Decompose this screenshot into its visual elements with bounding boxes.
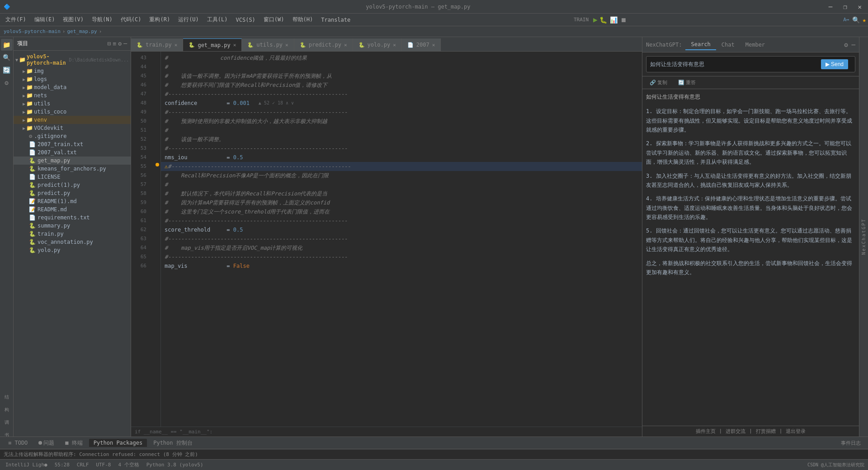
menu-vcs[interactable]: VCS(S) bbox=[232, 16, 259, 24]
tree-collapse-all[interactable]: ⊟ bbox=[108, 40, 111, 47]
stop-button[interactable]: ⏹ bbox=[620, 16, 627, 24]
tree-item-2007val[interactable]: 📄 2007_val.txt bbox=[14, 148, 131, 157]
menu-translate[interactable]: Translate bbox=[317, 16, 354, 24]
tree-item-logs[interactable]: ▶ 📁 logs bbox=[14, 75, 131, 83]
menu-view[interactable]: 视图(V) bbox=[59, 15, 87, 24]
menu-run[interactable]: 运行(U) bbox=[175, 15, 203, 24]
debug-button[interactable]: 🐛 bbox=[599, 16, 607, 24]
status-git[interactable]: IntelliJ Ligh● bbox=[4, 461, 49, 468]
menu-refactor[interactable]: 重构(R) bbox=[146, 15, 174, 24]
tree-close[interactable]: ─ bbox=[123, 40, 127, 47]
tab-yolo[interactable]: 🐍 yolo.py ✕ bbox=[353, 38, 402, 51]
run-button[interactable]: ▶ bbox=[593, 15, 598, 24]
max-button[interactable]: ❐ bbox=[840, 2, 849, 11]
side-icon-vcs[interactable]: 🔄 bbox=[1, 64, 13, 76]
tree-item-voc-annotation[interactable]: 🐍 voc_annotation.py bbox=[14, 238, 131, 246]
close-tab-predict[interactable]: ✕ bbox=[344, 42, 347, 48]
close-tab-train[interactable]: ✕ bbox=[175, 42, 178, 48]
tree-item-utils[interactable]: ▶ 📁 utils bbox=[14, 100, 131, 108]
menu-tools[interactable]: 工具(L) bbox=[203, 15, 231, 24]
footer-donate[interactable]: 打赏捐赠 bbox=[756, 428, 776, 435]
event-log-badge[interactable]: 事件日志 bbox=[841, 440, 861, 446]
tree-item-license[interactable]: 📄 LICENSE bbox=[14, 173, 131, 181]
bottom-section: ≡ TODO 问题 ■ 终端 Python Packages Python 控制… bbox=[0, 437, 868, 470]
side-icon-project[interactable]: 📁 bbox=[1, 39, 13, 51]
chat-tab-search[interactable]: Search bbox=[685, 39, 716, 50]
chat-settings-icon[interactable]: ⚙ bbox=[844, 41, 848, 48]
star-icon-toolbar[interactable]: ★ bbox=[863, 16, 866, 24]
side-icon-structure[interactable]: 结 bbox=[1, 385, 13, 397]
tree-item-requirements[interactable]: 📄 requirements.txt bbox=[14, 214, 131, 222]
menu-help[interactable]: 帮助(H) bbox=[289, 15, 317, 24]
code-content[interactable]: # confidence阈值，只最最好的结果 # # 该值一般不调整。因为计算m… bbox=[161, 52, 642, 427]
tree-expand-all[interactable]: ≡ bbox=[113, 40, 117, 47]
copy-button[interactable]: 🔗 复制 bbox=[646, 78, 671, 87]
tree-item-readme[interactable]: 📝 README.md bbox=[14, 205, 131, 214]
close-tab-utils[interactable]: ✕ bbox=[285, 42, 288, 48]
menu-nav[interactable]: 导航(N) bbox=[88, 15, 116, 24]
profile-button[interactable]: 📊 bbox=[610, 16, 618, 24]
tree-item-img[interactable]: ▶ 📁 img bbox=[14, 67, 131, 75]
menu-file[interactable]: 文件(F) bbox=[2, 15, 30, 24]
side-icon-build[interactable]: 构 bbox=[1, 398, 13, 409]
tree-item-yolo[interactable]: 🐍 yolo.py bbox=[14, 246, 131, 254]
side-icon-settings[interactable]: ⚙ bbox=[1, 77, 13, 89]
window-title: yolov5-pytorch-main – get_map.py bbox=[366, 4, 470, 10]
bottom-tab-python-console[interactable]: Python 控制台 bbox=[149, 438, 197, 448]
status-encoding[interactable]: UTF-8 bbox=[94, 461, 113, 468]
close-tab-getmap[interactable]: ✕ bbox=[233, 42, 236, 48]
close-tab-yolo[interactable]: ✕ bbox=[393, 42, 396, 48]
bottom-tab-todo[interactable]: ≡ TODO bbox=[4, 439, 32, 447]
status-python[interactable]: Python 3.8 (yolov5) bbox=[145, 461, 205, 468]
tree-item-gitignore[interactable]: ⚙ .gitignore bbox=[14, 132, 131, 140]
chat-tab-member[interactable]: Member bbox=[740, 40, 770, 50]
status-spaces[interactable]: 4 个空格 bbox=[116, 461, 141, 468]
breadcrumb-file[interactable]: get_map.py bbox=[67, 28, 97, 34]
tree-item-predict1[interactable]: 🐍 predict(1).py bbox=[14, 181, 131, 189]
tree-item-venv[interactable]: ▶ 📁 venv bbox=[14, 116, 131, 124]
tree-item-getmap[interactable]: 🐍 get_map.py bbox=[14, 157, 131, 165]
tab-utils[interactable]: 🐍 utils.py ✕ bbox=[242, 38, 294, 51]
min-button[interactable]: ─ bbox=[826, 2, 835, 11]
reanswer-button[interactable]: 🔄 重答 bbox=[675, 78, 699, 87]
tree-item-model-data[interactable]: ▶ 📁 model_data bbox=[14, 83, 131, 91]
tree-item-nets[interactable]: ▶ 📁 nets bbox=[14, 91, 131, 100]
translate-icon[interactable]: A↔ bbox=[843, 17, 849, 23]
bottom-tab-python-packages[interactable]: Python Packages bbox=[89, 439, 147, 447]
menu-window[interactable]: 窗口(W) bbox=[260, 15, 288, 24]
status-line-col[interactable]: 55:28 bbox=[53, 461, 71, 468]
tab-2007[interactable]: 📄 2007 ✕ bbox=[402, 38, 441, 51]
tree-item-2007train[interactable]: 📄 2007_train.txt bbox=[14, 140, 131, 148]
bottom-tab-terminal[interactable]: ■ 终端 bbox=[61, 438, 87, 448]
search-icon-toolbar[interactable]: 🔍 bbox=[852, 16, 860, 24]
close-tab-2007[interactable]: ✕ bbox=[432, 42, 435, 48]
tree-item-readme1[interactable]: 📝 README(1).md bbox=[14, 197, 131, 205]
tree-item-root[interactable]: ▼ 📁 yolov5-pytorch-main D:\BaiduNetdiskD… bbox=[14, 52, 131, 67]
menu-edit[interactable]: 编辑(E) bbox=[31, 15, 59, 24]
tab-train[interactable]: 🐍 train.py ✕ bbox=[131, 38, 183, 51]
footer-logout[interactable]: 退出登录 bbox=[786, 428, 806, 435]
tree-settings[interactable]: ⚙ bbox=[118, 40, 122, 47]
breadcrumb-project[interactable]: yolov5-pytorch-main bbox=[4, 28, 61, 34]
nexchat-side-tab[interactable]: NexChatGPT bbox=[859, 37, 868, 437]
bottom-tab-problems[interactable]: 问题 bbox=[34, 438, 59, 448]
chat-close-icon[interactable]: ─ bbox=[852, 41, 855, 48]
tab-getmap[interactable]: 🐍 get_map.py ✕ bbox=[183, 38, 242, 51]
tree-item-vocdevkit[interactable]: ▶ 📁 VOCdevkit bbox=[14, 124, 131, 132]
close-button[interactable]: ✕ bbox=[855, 2, 864, 11]
tree-item-summary[interactable]: 🐍 summary.py bbox=[14, 222, 131, 230]
send-button[interactable]: ▶ Send bbox=[821, 59, 848, 69]
menu-code[interactable]: 代码(C) bbox=[117, 15, 145, 24]
footer-join-group[interactable]: 进群交流 bbox=[726, 428, 745, 435]
chat-tab-chat[interactable]: Chat bbox=[716, 40, 740, 50]
tab-predict[interactable]: 🐍 predict.py ✕ bbox=[294, 38, 353, 51]
side-icon-debug[interactable]: 调 bbox=[1, 410, 13, 422]
footer-plugin-home[interactable]: 插件主页 bbox=[696, 428, 716, 435]
tree-item-train[interactable]: 🐍 train.py bbox=[14, 230, 131, 238]
tree-item-utils-coco[interactable]: ▶ 📁 utils_coco bbox=[14, 108, 131, 116]
tree-item-kmeans[interactable]: 🐍 kmeans_for_anchors.py bbox=[14, 165, 131, 173]
tree-item-predict[interactable]: 🐍 predict.py bbox=[14, 189, 131, 197]
side-icon-find[interactable]: 🔍 bbox=[1, 52, 13, 63]
status-line-ending[interactable]: CRLF bbox=[75, 461, 91, 468]
side-icon-bookmark[interactable]: 书 bbox=[1, 423, 13, 435]
